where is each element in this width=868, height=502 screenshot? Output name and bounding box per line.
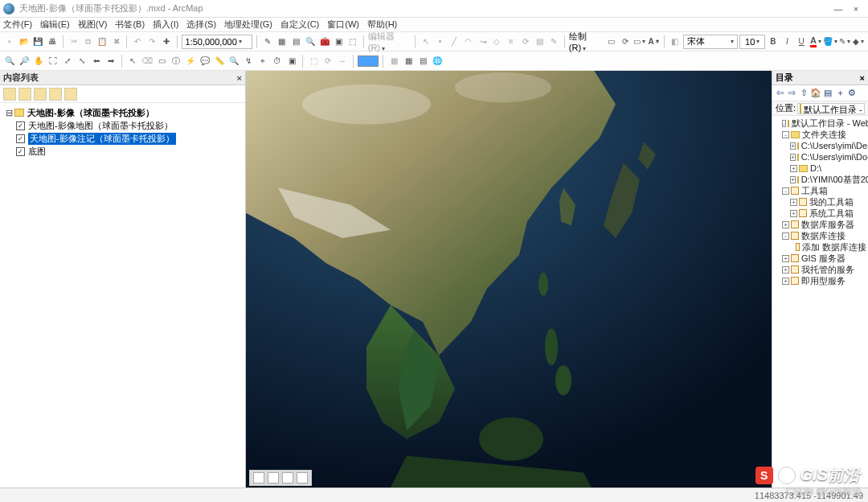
hyperlink-icon[interactable]: ⚡ [184, 55, 197, 68]
font-combo[interactable]: 宋体▾ [683, 35, 739, 49]
identify-icon[interactable]: ⓘ [170, 55, 182, 68]
select-elements-icon[interactable]: ▭ [155, 55, 168, 68]
toc-list-by-source-icon[interactable] [18, 88, 31, 101]
zoom-out-icon[interactable]: 🔎 [18, 55, 31, 68]
catalog-item[interactable]: +数据库服务器 [774, 219, 866, 230]
prev-extent-icon[interactable]: ⬅ [90, 55, 103, 68]
next-extent-icon[interactable]: ➡ [104, 55, 117, 68]
toc-layer-row[interactable]: ✓ 天地图-影像地图（球面墨卡托投影） [5, 119, 240, 132]
expand-toggle-icon[interactable]: + [790, 176, 796, 183]
catalog-item[interactable]: +我的工具箱 [774, 196, 866, 208]
toc-options-icon[interactable] [64, 88, 77, 101]
catalog-item[interactable]: 添加 数据库连接 [774, 241, 866, 253]
expand-toggle-icon[interactable]: + [782, 278, 789, 285]
expand-toggle-icon[interactable]: + [790, 142, 796, 150]
menu-geoprocessing[interactable]: 地理处理(G) [224, 19, 272, 31]
catalog-item[interactable]: +C:\Users\yimi\Desktop [774, 140, 866, 151]
search-window-icon[interactable]: 🔍 [304, 35, 317, 48]
catalog-item[interactable]: +C:\Users\yimi\Docume [774, 151, 866, 163]
catalog-close-icon[interactable]: × [860, 73, 865, 83]
editor-menu[interactable]: 编辑器(R)▾ [368, 31, 411, 52]
fixed-zoom-out-icon[interactable]: ⤡ [76, 55, 88, 68]
cat-options-icon[interactable]: ⚙ [846, 88, 858, 99]
layer-checkbox[interactable]: ✓ [16, 147, 25, 156]
menu-view[interactable]: 视图(V) [78, 19, 108, 31]
editor-toolbar-icon[interactable]: ✎ [261, 35, 274, 48]
new-icon[interactable]: ▫ [3, 35, 16, 48]
menu-help[interactable]: 帮助(H) [367, 19, 397, 31]
select-features-icon[interactable]: ↖ [126, 55, 139, 68]
fontsize-combo[interactable]: 10▾ [739, 35, 764, 49]
menu-insert[interactable]: 插入(I) [153, 19, 178, 31]
cat-up-icon[interactable]: ⇧ [798, 88, 809, 99]
layer-checkbox[interactable]: ✓ [16, 121, 25, 130]
menu-bookmarks[interactable]: 书签(B) [115, 19, 145, 31]
minimize-button[interactable]: — [829, 4, 847, 14]
cut-icon[interactable]: ✂ [68, 35, 80, 48]
catalog-item[interactable]: +GIS 服务器 [774, 253, 866, 264]
expand-toggle-icon[interactable]: + [790, 210, 797, 217]
layout-grid-icon[interactable]: ▦ [402, 55, 415, 68]
catalog-location-field[interactable]: 默认工作目录 - Web M [797, 103, 865, 114]
expand-toggle-icon[interactable]: - [782, 131, 789, 138]
html-popup-icon[interactable]: 💬 [199, 55, 211, 68]
italic-button[interactable]: I [781, 35, 794, 48]
paste-icon[interactable]: 📋 [96, 35, 108, 48]
clear-selection-icon[interactable]: ⌫ [141, 55, 154, 68]
catalog-item[interactable]: +D:\ [774, 163, 866, 174]
cat-back-icon[interactable]: ⇦ [774, 88, 785, 99]
print-icon[interactable]: 🖶 [46, 35, 59, 48]
time-slider-icon[interactable]: ⏱ [271, 55, 284, 68]
cat-connect-icon[interactable]: ＋ [834, 88, 845, 99]
toc-close-icon[interactable]: × [237, 73, 242, 83]
table-window-icon[interactable]: ▦ [276, 35, 289, 48]
expand-toggle-icon[interactable]: - [782, 187, 789, 195]
menu-customize[interactable]: 自定义(C) [280, 19, 319, 31]
add-data-icon[interactable]: ✚ [160, 35, 173, 48]
bold-button[interactable]: B [767, 35, 780, 48]
line-color-button[interactable]: ✎▾ [838, 35, 851, 48]
expand-toggle-icon[interactable]: - [782, 120, 786, 127]
catalog-item[interactable]: +即用型服务 [774, 275, 866, 286]
map-viewport[interactable] [246, 71, 772, 488]
menu-edit[interactable]: 编辑(E) [40, 19, 70, 31]
find-route-icon[interactable]: ↯ [242, 55, 255, 68]
expand-toggle-icon[interactable]: - [782, 232, 789, 240]
catalog-window-icon[interactable]: ▤ [289, 35, 302, 48]
python-icon[interactable]: ▣ [332, 35, 345, 48]
expand-toggle-icon[interactable]: + [790, 154, 796, 161]
marker-color-button[interactable]: ◆▾ [852, 35, 865, 48]
full-extent-icon[interactable]: ⛶ [47, 55, 59, 68]
cat-home-icon[interactable]: 🏠 [810, 88, 821, 99]
expand-toggle-icon[interactable]: + [782, 221, 789, 228]
pan-icon[interactable]: ✋ [32, 55, 45, 68]
toc-list-by-visibility-icon[interactable] [34, 88, 47, 101]
create-viewer-icon[interactable]: ▣ [285, 55, 298, 68]
expand-toggle-icon[interactable]: + [790, 165, 797, 172]
highlight-color-swatch[interactable] [358, 56, 379, 67]
select-element-icon[interactable]: ▭ [604, 35, 617, 48]
toc-list-by-selection-icon[interactable] [49, 88, 62, 101]
toc-layer-row[interactable]: ✓ 底图 [5, 145, 240, 158]
data-view-icon[interactable] [253, 472, 264, 483]
toc-root-row[interactable]: ⊟ 天地图-影像（球面墨卡托投影） [5, 106, 240, 119]
layout-view-icon[interactable] [268, 472, 279, 483]
text-tool-icon[interactable]: A▾ [647, 35, 660, 48]
cat-toggle-icon[interactable]: ▤ [822, 88, 833, 99]
layer-checkbox[interactable]: ✓ [16, 134, 25, 143]
copy-icon[interactable]: ⧉ [81, 35, 94, 48]
fill-color-button[interactable]: 🪣▾ [824, 35, 837, 48]
zoom-in-icon[interactable]: 🔍 [3, 55, 16, 68]
save-icon[interactable]: 💾 [31, 35, 44, 48]
find-icon[interactable]: 🔍 [227, 55, 240, 68]
fixed-zoom-in-icon[interactable]: ⤢ [61, 55, 74, 68]
toc-list-by-drawing-icon[interactable] [3, 88, 16, 101]
model-builder-icon[interactable]: ⬚ [346, 35, 359, 48]
expand-toggle-icon[interactable]: + [790, 199, 797, 206]
catalog-item[interactable]: -数据库连接 [774, 230, 866, 241]
measure-icon[interactable]: 📏 [213, 55, 226, 68]
goto-xy-icon[interactable]: ⌖ [256, 55, 269, 68]
catalog-item[interactable]: +D:\YIMI\00基普2021年 [774, 174, 866, 185]
catalog-item[interactable]: -文件夹连接 [774, 129, 866, 140]
catalog-item[interactable]: -默认工作目录 - Web Maps [774, 117, 866, 129]
